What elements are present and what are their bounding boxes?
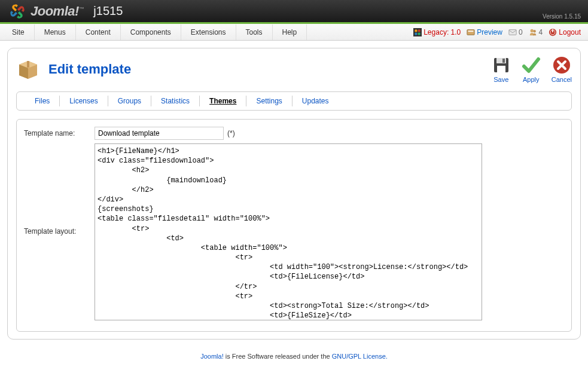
svg-rect-5: [467, 29, 474, 35]
preview-link[interactable]: Preview: [467, 28, 502, 36]
joomla-logo-icon: [9, 3, 26, 20]
cancel-button[interactable]: Cancel: [552, 56, 572, 83]
svg-rect-0: [413, 28, 422, 36]
menu-left: Site Menus Content Components Extensions…: [2, 25, 307, 40]
template-name-input[interactable]: [95, 127, 224, 140]
submenu-updates[interactable]: Updates: [293, 96, 339, 106]
main-panel: Edit template Save Apply Cancel Files L: [7, 48, 581, 340]
messages-link[interactable]: 0: [508, 28, 523, 36]
menu-help[interactable]: Help: [273, 25, 307, 40]
users-link[interactable]: 4: [529, 28, 543, 36]
mail-icon: [508, 28, 517, 36]
row-template-layout: Template layout:: [24, 143, 564, 320]
row-template-name: Template name: (*): [24, 127, 564, 140]
svg-rect-7: [509, 29, 516, 35]
save-label: Save: [493, 76, 508, 83]
save-button[interactable]: Save: [492, 56, 511, 83]
logout-link[interactable]: Logout: [549, 28, 581, 36]
submenu-statistics[interactable]: Statistics: [151, 96, 200, 106]
menu-tools[interactable]: Tools: [236, 25, 273, 40]
users-icon: [529, 28, 537, 36]
footer-license-link[interactable]: GNU/GPL License.: [332, 353, 388, 360]
cancel-icon: [552, 56, 571, 75]
menu-right: Legacy: 1.0 Preview 0 4 Logout: [413, 28, 586, 36]
menu-site[interactable]: Site: [2, 25, 35, 40]
messages-count: 0: [519, 28, 523, 36]
menu-components[interactable]: Components: [121, 25, 181, 40]
footer-text: is Free Software released under the: [224, 353, 332, 360]
footer-joomla-link[interactable]: Joomla!: [200, 353, 224, 360]
apply-label: Apply: [523, 76, 540, 83]
submenu-files[interactable]: Files: [25, 96, 60, 106]
required-mark: (*): [227, 129, 235, 137]
submenu-licenses[interactable]: Licenses: [60, 96, 108, 106]
submenu-settings[interactable]: Settings: [246, 96, 292, 106]
submenu: Files Licenses Groups Statistics Themes …: [16, 91, 572, 111]
legacy-label: Legacy: 1.0: [424, 28, 461, 36]
save-icon: [492, 56, 511, 75]
legacy-icon: [413, 28, 422, 36]
legacy-link[interactable]: Legacy: 1.0: [413, 28, 461, 36]
submenu-groups[interactable]: Groups: [108, 96, 151, 106]
svg-point-1: [415, 29, 417, 32]
template-name-label: Template name:: [24, 127, 95, 137]
logout-icon: [549, 28, 557, 36]
submenu-themes[interactable]: Themes: [200, 96, 246, 106]
header: Joomla!™ j1515 Version 1.5.15: [0, 0, 588, 24]
version-label: Version 1.5.15: [543, 13, 581, 20]
svg-point-4: [418, 32, 421, 35]
template-layout-textarea[interactable]: [95, 143, 482, 320]
package-icon: [16, 57, 40, 81]
cancel-label: Cancel: [552, 76, 572, 83]
logo-area: Joomla!™ j1515: [9, 3, 123, 20]
preview-icon: [467, 28, 475, 36]
site-name: j1515: [93, 4, 123, 18]
logout-label: Logout: [559, 28, 581, 36]
svg-rect-16: [497, 66, 505, 72]
title-row: Edit template Save Apply Cancel: [16, 56, 572, 83]
svg-rect-6: [468, 30, 474, 32]
menu-menus[interactable]: Menus: [35, 25, 76, 40]
svg-rect-17: [502, 59, 505, 63]
svg-point-9: [533, 30, 535, 32]
footer: Joomla! is Free Software released under …: [0, 347, 588, 366]
svg-rect-13: [552, 29, 553, 32]
preview-label: Preview: [477, 28, 502, 36]
template-layout-label: Template layout:: [24, 143, 95, 236]
brand-text: Joomla!™: [31, 4, 84, 19]
apply-button[interactable]: Apply: [522, 56, 541, 83]
svg-point-8: [530, 29, 533, 32]
svg-point-2: [418, 29, 421, 32]
apply-icon: [522, 56, 541, 75]
menu-extensions[interactable]: Extensions: [181, 25, 236, 40]
content: Edit template Save Apply Cancel Files L: [0, 41, 588, 347]
title-left: Edit template: [16, 57, 131, 81]
form-panel: Template name: (*) Template layout:: [16, 119, 572, 332]
toolbar: Save Apply Cancel: [492, 56, 572, 83]
menu-content[interactable]: Content: [76, 25, 121, 40]
users-count: 4: [539, 28, 543, 36]
menubar: Site Menus Content Components Extensions…: [0, 24, 588, 41]
svg-point-3: [415, 32, 417, 35]
page-title: Edit template: [48, 62, 131, 77]
